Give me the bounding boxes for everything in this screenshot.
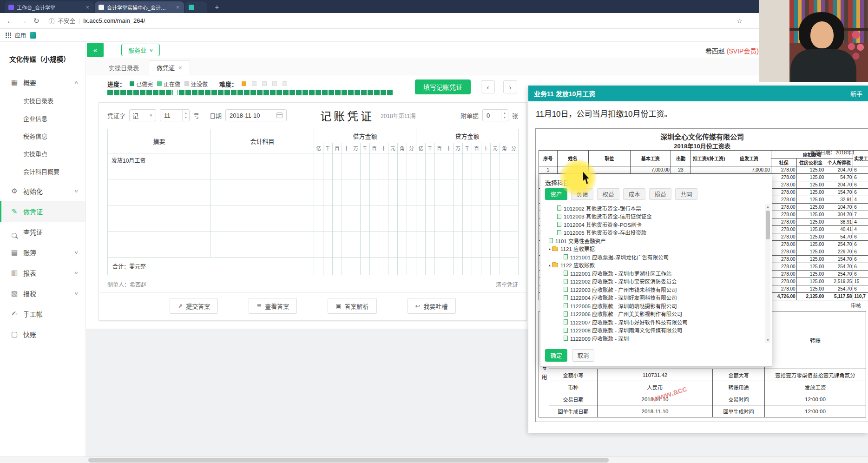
progress-square-37[interactable] [342,90,347,95]
browser-tab[interactable] [185,1,207,13]
account-item[interactable]: 1012003 其他货币资金-信用证保证金 [542,212,764,221]
amount-digit-cell[interactable] [407,232,416,258]
amount-digit-cell[interactable] [361,179,370,205]
security-info-icon[interactable]: ⓘ [49,16,55,25]
confirm-button[interactable]: 确定 [545,349,567,362]
spin-up-icon[interactable]: ▲ [501,111,508,115]
amount-digit-cell[interactable] [454,232,463,258]
expand-arrow-icon[interactable]: ▴ [549,263,551,267]
sidebar-item-概要[interactable]: ▦概要∧ [0,72,85,93]
bookmark-favicon[interactable] [30,32,36,39]
account-item[interactable]: 1012004 其他货币资金-POS刷卡 [542,220,764,229]
amount-digit-cell[interactable] [342,179,351,205]
amount-digit-cell[interactable] [398,205,407,232]
industry-select-button[interactable]: 服务业 ∨ [121,44,160,56]
back-icon[interactable]: ← [7,17,13,25]
amount-digit-cell[interactable] [454,205,463,232]
attachment-stepper[interactable]: ▲▼ [501,110,508,121]
progress-square-31[interactable] [302,90,308,95]
amount-digit-cell[interactable] [472,179,481,205]
amount-digit-cell[interactable] [500,179,509,205]
url-bar[interactable]: ⓘ 不安全 | lx.acc5.com/main_264/ ☆ [46,15,745,27]
cancel-button[interactable]: 取消 [572,349,594,362]
prev-button[interactable]: ‹ [481,80,495,93]
progress-square-27[interactable] [276,90,282,95]
voucher-number-input[interactable]: 11 ▲▼ [160,109,190,121]
clear-voucher-link[interactable]: 清空凭证 [496,280,518,288]
scroll-up-icon[interactable]: ▲ [765,205,770,208]
progress-square-40[interactable] [361,90,367,95]
progress-square-25[interactable] [263,90,269,95]
amount-digit-cell[interactable] [500,232,509,258]
progress-square-8[interactable] [153,90,158,95]
sidebar-item-报表[interactable]: ▥报表∨ [0,263,85,283]
amount-digit-cell[interactable] [463,179,472,205]
account-item[interactable]: 1122009 应收账款 - 深圳 [542,334,764,343]
account-item[interactable]: 1122001 应收账款 - 深圳市罗湖社区工作站 [542,269,764,278]
workspace-tab-做凭证[interactable]: 做凭证× [149,60,190,75]
amount-digit-cell[interactable] [379,232,388,258]
account-item[interactable]: 1122006 应收账款 - 广州美美影视制作有限公司 [542,310,764,318]
amount-digit-cell[interactable] [435,205,444,232]
amount-digit-cell[interactable] [472,205,481,232]
progress-square-44[interactable] [387,90,393,95]
amount-digit-cell[interactable] [351,205,361,232]
progress-square-3[interactable] [120,90,126,95]
amount-digit-cell[interactable] [500,153,509,179]
amount-digit-cell[interactable] [454,179,463,205]
amount-digit-cell[interactable] [509,205,519,232]
sidebar-item-账簿[interactable]: ▤账簿∨ [0,242,85,263]
picker-tab-资产[interactable]: 资产 [545,188,567,200]
amount-digit-cell[interactable] [398,179,407,205]
picker-tab-成本[interactable]: 成本 [623,188,645,200]
amount-digit-cell[interactable] [351,153,361,179]
account-item[interactable]: 1122005 应收账款 - 深圳萌萌哒摄影有限公司 [542,302,764,310]
amount-digit-cell[interactable] [444,205,454,232]
picker-tab-负债[interactable]: 负债 [571,188,593,200]
account-item[interactable]: 1012002 其他货币资金-银行本票 [542,204,764,212]
number-stepper[interactable]: ▲▼ [182,110,189,121]
amount-digit-cell[interactable] [388,179,398,205]
spin-down-icon[interactable]: ▼ [183,115,189,120]
account-item[interactable]: 1122004 应收账款 - 深圳好友圈科技有限公司 [542,294,764,302]
amount-digit-cell[interactable] [435,232,444,258]
amount-digit-cell[interactable] [314,232,323,258]
amount-digit-cell[interactable] [342,205,351,232]
progress-square-1[interactable] [107,90,113,95]
progress-square-36[interactable] [335,90,341,95]
progress-square-12[interactable] [179,90,184,95]
refresh-icon[interactable]: ↻ [33,17,39,25]
account-cell[interactable] [211,153,314,179]
spin-down-icon[interactable]: ▼ [501,115,508,120]
amount-digit-cell[interactable] [323,153,333,179]
amount-digit-cell[interactable] [481,232,491,258]
progress-square-33[interactable] [316,90,321,95]
apps-grid-icon[interactable] [6,33,11,38]
amount-digit-cell[interactable] [361,232,370,258]
amount-digit-cell[interactable] [333,205,342,232]
amount-digit-cell[interactable] [472,232,481,258]
amount-digit-cell[interactable] [323,232,333,258]
progress-square-35[interactable] [329,90,334,95]
expand-arrow-icon[interactable]: ▴ [549,247,551,251]
amount-digit-cell[interactable] [333,232,342,258]
sidebar-collapse-button[interactable]: « [87,43,104,57]
attachment-count-input[interactable]: 0 ▲▼ [482,109,508,121]
amount-digit-cell[interactable] [407,205,416,232]
scrollbar[interactable]: ▲ ▼ [765,204,770,343]
account-item[interactable]: 1122007 应收账款 - 深圳市好好软件科技有限公司 [542,318,764,326]
sidebar-item-快账[interactable]: ▢快账 [0,324,85,344]
tab-close-icon[interactable]: × [85,4,90,11]
progress-square-11[interactable] [172,90,178,95]
action-提交答案[interactable]: ⇗提交答案 [170,298,218,314]
amount-digit-cell[interactable] [388,232,398,258]
amount-digit-cell[interactable] [370,179,379,205]
amount-digit-cell[interactable] [481,205,491,232]
newbie-link[interactable]: 新手 [850,89,862,98]
apps-bookmark[interactable]: 应用 [15,31,26,39]
account-item[interactable]: 1121001 应收票据-深圳龙化广告有限公司 [542,253,764,261]
amount-digit-cell[interactable] [379,179,388,205]
amount-digit-cell[interactable] [407,179,416,205]
progress-square-13[interactable] [185,90,191,95]
amount-digit-cell[interactable] [351,232,361,258]
